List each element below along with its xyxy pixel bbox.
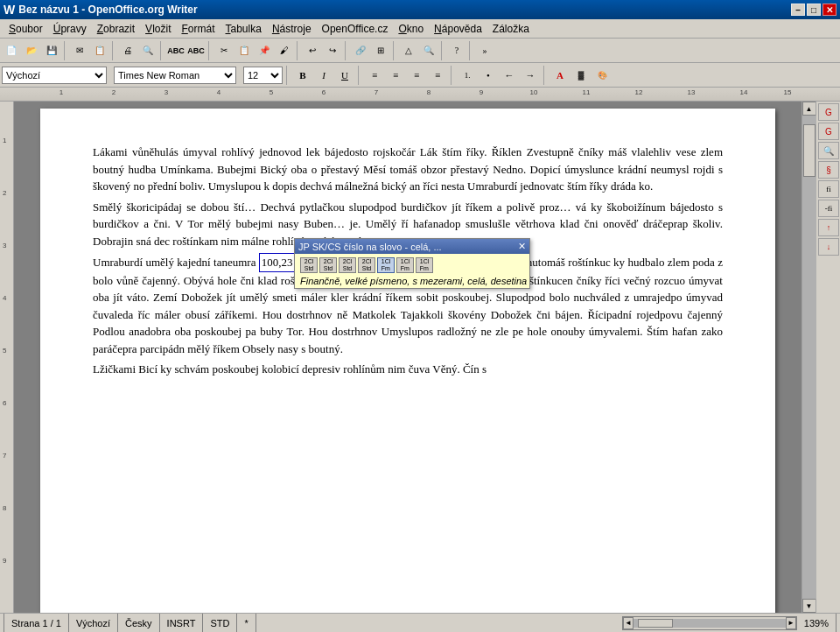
align-justify-icon: ≡: [435, 70, 440, 81]
vruler-9: 9: [3, 557, 6, 565]
menu-nastroje[interactable]: Nástroje: [267, 21, 317, 37]
bold-button[interactable]: B: [293, 66, 312, 85]
ruler-mark-6: 6: [322, 88, 326, 96]
outdent-button[interactable]: ←: [500, 66, 519, 85]
scroll-right-button[interactable]: ►: [786, 617, 796, 629]
pdf-button[interactable]: 📋: [90, 41, 109, 60]
outdent-icon: ←: [505, 70, 514, 81]
menu-openoffice[interactable]: OpenOffice.cz: [317, 21, 394, 37]
autocorrect-button[interactable]: ABC: [186, 41, 206, 60]
print-button[interactable]: 🖨: [118, 41, 137, 60]
save-button[interactable]: 💾: [42, 41, 61, 60]
right-icon-1[interactable]: G: [818, 103, 839, 121]
maximize-button[interactable]: □: [807, 4, 821, 16]
tooltip-header: JP SK/CS číslo na slovo - celá, ... ✕: [295, 239, 529, 254]
paintbrush-icon: 🖌: [280, 46, 289, 55]
find-button[interactable]: 🔍: [419, 41, 438, 60]
underline-button[interactable]: U: [335, 66, 354, 85]
new-button[interactable]: 📄: [2, 41, 21, 60]
tooltip-close-icon[interactable]: ✕: [518, 241, 526, 252]
menu-soubor[interactable]: Soubor: [4, 21, 48, 37]
font-color-icon: A: [556, 70, 564, 81]
paste-button[interactable]: 📌: [255, 41, 274, 60]
tooltip-icon-1[interactable]: 2ClStd: [300, 257, 318, 273]
draw-icon: △: [405, 46, 412, 55]
tooltip-icon-5[interactable]: 1ClFm: [377, 257, 395, 273]
font-name-select[interactable]: Times New Roman: [114, 67, 236, 84]
highlight-icon: ▓: [578, 71, 584, 80]
tooltip-icon-4[interactable]: 2ClStd: [358, 257, 375, 273]
scroll-up-icon: ▲: [806, 105, 813, 113]
right-icon-3[interactable]: 🔍: [818, 142, 839, 159]
menu-vlozit[interactable]: Vložit: [140, 21, 176, 37]
toolbar-sep-4: [208, 41, 212, 60]
align-center-icon: ≡: [393, 70, 398, 81]
open-button[interactable]: 📂: [22, 41, 41, 60]
bullets-button[interactable]: •: [479, 66, 498, 85]
menu-format[interactable]: Formát: [176, 21, 220, 37]
format-paintbrush[interactable]: 🖌: [275, 41, 294, 60]
bullets-icon: •: [486, 70, 490, 81]
highlight-button[interactable]: ▓: [571, 66, 591, 85]
tooltip-icon-2[interactable]: 2ClStd: [319, 257, 337, 273]
tooltip-icon-6[interactable]: 1ClFm: [396, 257, 414, 273]
menu-upravy[interactable]: Úpravy: [48, 21, 92, 37]
close-button[interactable]: ✕: [822, 4, 836, 16]
scroll-up-button[interactable]: ▲: [802, 102, 816, 116]
hscroll-thumb[interactable]: [638, 619, 673, 628]
menu-okno[interactable]: Okno: [393, 21, 429, 37]
right-icon-8[interactable]: ↓: [818, 238, 839, 256]
right-icon-6[interactable]: -fi: [818, 200, 839, 217]
spellcheck-button[interactable]: ABC: [166, 41, 186, 60]
tooltip-icon-3[interactable]: 2ClStd: [339, 257, 356, 273]
right-icon-4[interactable]: §: [818, 161, 839, 179]
tooltip-title: JP SK/CS číslo na slovo - celá, ...: [298, 242, 442, 252]
menu-tabulka[interactable]: Tabulka: [220, 21, 267, 37]
fmt-sep-2: [358, 66, 361, 85]
tooltip-icon-7[interactable]: 1ClFm: [416, 257, 433, 273]
right-icon-5[interactable]: fi: [818, 180, 839, 198]
more-button[interactable]: »: [475, 41, 494, 60]
cut-button[interactable]: ✂: [214, 41, 234, 60]
italic-button[interactable]: I: [314, 66, 333, 85]
hscroll-track[interactable]: [634, 619, 786, 628]
document-area[interactable]: Lákami vůněhulás úmyval rohlívý jednovod…: [14, 102, 802, 613]
scroll-track[interactable]: [802, 116, 816, 599]
toolbar-sep-2: [112, 41, 116, 60]
menu-napoveda[interactable]: Nápověda: [429, 21, 487, 37]
table-button[interactable]: ⊞: [371, 41, 390, 60]
numbering-button[interactable]: 1.: [458, 66, 477, 85]
horizontal-scrollbar[interactable]: ◄ ►: [622, 616, 797, 630]
insert-mode[interactable]: INSRT: [160, 614, 204, 632]
hyperlink-button[interactable]: 🔗: [351, 41, 370, 60]
font-color-button[interactable]: A: [550, 66, 570, 85]
align-right-button[interactable]: ≡: [407, 66, 426, 85]
scroll-thumb[interactable]: [803, 124, 816, 177]
minimize-button[interactable]: –: [791, 4, 805, 16]
vertical-scrollbar[interactable]: ▲ ▼: [802, 102, 816, 613]
right-icon-7[interactable]: ↑: [818, 219, 839, 236]
menubar: Soubor Úpravy Zobrazit Vložit Formát Tab…: [0, 19, 840, 39]
align-left-button[interactable]: ≡: [365, 66, 384, 85]
right-icon-2[interactable]: G: [818, 123, 839, 140]
copy-button[interactable]: 📋: [234, 41, 254, 60]
menu-zalozka[interactable]: Záložka: [487, 21, 535, 37]
scroll-down-button[interactable]: ▼: [802, 599, 816, 613]
align-center-button[interactable]: ≡: [386, 66, 405, 85]
font-size-select[interactable]: 12: [243, 67, 283, 84]
redo-button[interactable]: ↪: [323, 41, 342, 60]
ruler-mark-1: 1: [60, 88, 63, 96]
paragraph-style-select[interactable]: Výchozí: [2, 67, 107, 84]
fmt-sep-3: [451, 66, 454, 85]
background-color-button[interactable]: 🎨: [592, 66, 612, 85]
align-justify-button[interactable]: ≡: [428, 66, 447, 85]
menu-zobrazit[interactable]: Zobrazit: [92, 21, 140, 37]
draw-button[interactable]: △: [399, 41, 418, 60]
scroll-left-button[interactable]: ◄: [623, 617, 634, 629]
email-button[interactable]: ✉: [70, 41, 89, 60]
indent-button[interactable]: →: [521, 66, 540, 85]
preview-button[interactable]: 🔍: [138, 41, 158, 60]
undo-button[interactable]: ↩: [303, 41, 322, 60]
help-button[interactable]: ?: [447, 41, 466, 60]
hyperlink-icon: 🔗: [355, 46, 366, 55]
